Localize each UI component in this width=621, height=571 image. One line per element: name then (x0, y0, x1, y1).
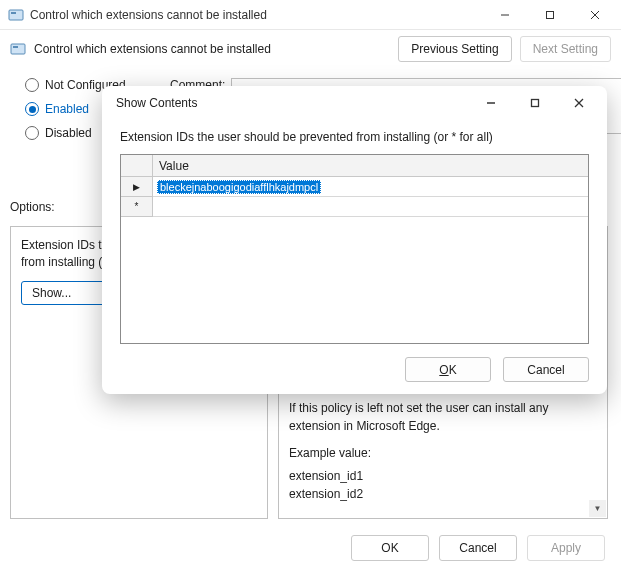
next-setting-button: Next Setting (520, 36, 611, 62)
help-example-value: extension_id1 (289, 468, 597, 485)
close-button[interactable] (572, 1, 617, 29)
grid-corner (121, 155, 153, 177)
policy-icon (10, 41, 26, 57)
modal-close-button[interactable] (557, 88, 601, 118)
radio-icon (25, 126, 39, 140)
modal-cancel-button[interactable]: Cancel (503, 357, 589, 382)
minimize-button[interactable] (482, 1, 527, 29)
options-label: Options: (10, 200, 55, 214)
help-example-label: Example value: (289, 445, 597, 462)
header-row: Control which extensions cannot be insta… (0, 30, 621, 68)
main-titlebar: Control which extensions cannot be insta… (0, 0, 621, 30)
svg-rect-3 (546, 11, 553, 18)
cancel-button[interactable]: Cancel (439, 535, 517, 561)
svg-rect-0 (9, 10, 23, 20)
grid-cell[interactable] (153, 197, 588, 217)
grid-row[interactable]: * (121, 197, 588, 217)
radio-label: Enabled (45, 102, 89, 116)
radio-icon (25, 102, 39, 116)
modal-maximize-button[interactable] (513, 88, 557, 118)
grid-cell[interactable]: bleckejnaboogigodiafflhkajdmpcl (153, 177, 588, 197)
grid-header-row: Value (121, 155, 588, 177)
radio-icon (25, 78, 39, 92)
modal-minimize-button[interactable] (469, 88, 513, 118)
scroll-down-icon[interactable]: ▼ (589, 500, 606, 517)
radio-label: Disabled (45, 126, 92, 140)
modal-button-row: OK Cancel (102, 347, 607, 394)
svg-rect-1 (11, 12, 16, 14)
modal-titlebar: Show Contents (102, 86, 607, 120)
window-title: Control which extensions cannot be insta… (30, 8, 482, 22)
previous-setting-button[interactable]: Previous Setting (398, 36, 511, 62)
grid-column-header[interactable]: Value (153, 155, 588, 177)
header-label: Control which extensions cannot be insta… (34, 42, 390, 56)
grid-cell-value: bleckejnaboogigodiafflhkajdmpcl (157, 180, 321, 194)
svg-rect-9 (532, 100, 539, 107)
modal-instruction: Extension IDs the user should be prevent… (120, 126, 589, 154)
modal-title: Show Contents (116, 96, 469, 110)
row-marker-icon: * (121, 197, 153, 217)
apply-button: Apply (527, 535, 605, 561)
svg-rect-7 (13, 46, 18, 48)
modal-ok-button[interactable]: OK (405, 357, 491, 382)
policy-icon (8, 7, 24, 23)
show-contents-dialog: Show Contents Extension IDs the user sho… (102, 86, 607, 394)
help-text: If this policy is left not set the user … (289, 400, 597, 435)
maximize-button[interactable] (527, 1, 572, 29)
values-grid[interactable]: Value ▶ bleckejnaboogigodiafflhkajdmpcl … (120, 154, 589, 344)
svg-rect-6 (11, 44, 25, 54)
row-marker-icon: ▶ (121, 177, 153, 197)
grid-row[interactable]: ▶ bleckejnaboogigodiafflhkajdmpcl (121, 177, 588, 197)
help-example-value: extension_id2 (289, 486, 597, 503)
dialog-button-row: OK Cancel Apply (351, 535, 605, 561)
ok-button[interactable]: OK (351, 535, 429, 561)
